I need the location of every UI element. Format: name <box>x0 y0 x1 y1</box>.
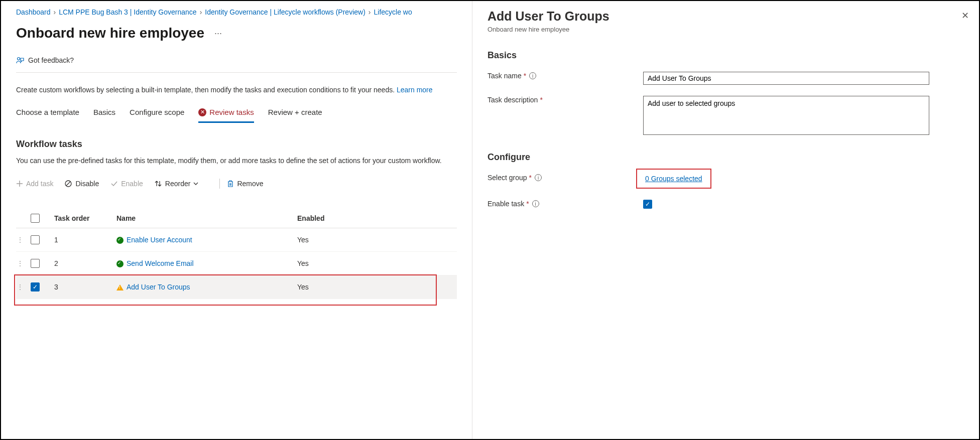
tab-review-create[interactable]: Review + create <box>268 103 322 121</box>
row-checkbox[interactable] <box>31 282 40 291</box>
remove-button[interactable]: Remove <box>227 180 263 188</box>
detail-panel: ✕ Add User To Groups Onboard new hire em… <box>472 1 979 439</box>
required-icon: * <box>540 96 542 104</box>
highlight-box: 0 Groups selected <box>636 169 711 189</box>
disable-icon <box>64 180 72 188</box>
breadcrumb-link[interactable]: Dashboard <box>16 8 51 16</box>
task-order: 1 <box>46 236 116 244</box>
disable-button[interactable]: Disable <box>64 180 99 188</box>
feedback-button[interactable]: Got feedback? <box>16 56 457 64</box>
table-row[interactable]: ⋮ 3 Add User To Groups Yes <box>16 275 457 299</box>
task-description-input[interactable]: Add user to selected groups <box>643 96 929 135</box>
more-icon[interactable]: ··· <box>214 28 222 39</box>
task-name-link[interactable]: Enable User Account <box>127 236 192 244</box>
breadcrumb-link[interactable]: Identity Governance | Lifecycle workflow… <box>205 8 365 16</box>
chevron-right-icon: › <box>200 8 202 16</box>
tasks-table: Task order Name Enabled ⋮ 1 Enable User … <box>16 209 457 299</box>
task-name-label: Task name* i <box>487 72 643 80</box>
add-task-button[interactable]: Add task <box>16 180 53 188</box>
task-enabled: Yes <box>297 283 457 291</box>
required-icon: * <box>524 72 526 80</box>
configure-heading: Configure <box>487 152 964 163</box>
task-name-input[interactable] <box>643 72 929 85</box>
tab-choose-template[interactable]: Choose a template <box>16 103 79 121</box>
trash-icon <box>227 180 234 188</box>
check-icon <box>110 180 118 188</box>
enable-task-label: Enable task* i <box>487 200 643 208</box>
required-icon: * <box>529 174 532 182</box>
info-icon[interactable]: i <box>529 72 536 79</box>
tabs: Choose a template Basics Configure scope… <box>16 103 457 122</box>
col-header-name[interactable]: Name <box>116 214 297 222</box>
task-name-link[interactable]: Send Welcome Email <box>127 259 194 267</box>
drag-handle-icon[interactable]: ⋮ <box>17 262 24 265</box>
learn-more-link[interactable]: Learn more <box>397 86 433 94</box>
enable-button[interactable]: Enable <box>110 180 143 188</box>
reorder-icon <box>154 180 162 188</box>
svg-point-0 <box>18 58 20 60</box>
success-icon <box>116 260 124 267</box>
required-icon: * <box>526 200 529 208</box>
toolbar: Add task Disable Enable Reorder Remove <box>16 179 457 189</box>
select-all-checkbox[interactable] <box>31 214 40 223</box>
section-desc: You can use the pre-defined tasks for th… <box>16 157 457 165</box>
reorder-button[interactable]: Reorder <box>154 180 202 188</box>
task-order: 2 <box>46 259 116 267</box>
info-icon[interactable]: i <box>535 174 542 181</box>
success-icon <box>116 237 124 244</box>
tab-label: Review tasks <box>209 108 254 116</box>
tab-configure-scope[interactable]: Configure scope <box>130 103 184 121</box>
panel-title: Add User To Groups <box>487 9 964 24</box>
error-icon: ✕ <box>198 108 206 116</box>
section-heading: Workflow tasks <box>16 139 457 150</box>
tab-basics[interactable]: Basics <box>93 103 115 121</box>
chevron-right-icon: › <box>54 8 56 16</box>
info-icon[interactable]: i <box>532 200 539 207</box>
row-checkbox[interactable] <box>31 235 40 244</box>
task-description-label: Task description* <box>487 96 643 104</box>
groups-selected-link[interactable]: 0 Groups selected <box>645 175 702 183</box>
table-row[interactable]: ⋮ 2 Send Welcome Email Yes <box>16 252 457 275</box>
col-header-order[interactable]: Task order <box>46 214 116 222</box>
close-button[interactable]: ✕ <box>961 10 969 21</box>
separator <box>219 179 220 189</box>
drag-handle-icon[interactable]: ⋮ <box>17 238 24 241</box>
col-header-enabled[interactable]: Enabled <box>297 214 457 222</box>
row-checkbox[interactable] <box>31 259 40 268</box>
task-enabled: Yes <box>297 259 457 267</box>
drag-handle-icon[interactable]: ⋮ <box>17 285 24 288</box>
task-enabled: Yes <box>297 236 457 244</box>
breadcrumb-link[interactable]: Lifecycle wo <box>374 8 412 16</box>
chevron-right-icon: › <box>369 8 371 16</box>
page-title: Onboard new hire employee <box>16 25 204 41</box>
intro-text: Create custom workflows by selecting a b… <box>16 86 457 94</box>
tab-review-tasks[interactable]: ✕ Review tasks <box>198 103 254 121</box>
task-name-link[interactable]: Add User To Groups <box>127 283 190 291</box>
enable-task-checkbox[interactable] <box>643 200 652 209</box>
select-group-label: Select group* i <box>487 174 643 182</box>
basics-heading: Basics <box>487 50 964 61</box>
divider <box>16 72 457 73</box>
task-order: 3 <box>46 283 116 291</box>
breadcrumb: Dashboard › LCM PPE Bug Bash 3 | Identit… <box>16 8 457 16</box>
feedback-icon <box>16 56 24 64</box>
panel-subtitle: Onboard new hire employee <box>487 26 964 33</box>
breadcrumb-link[interactable]: LCM PPE Bug Bash 3 | Identity Governance <box>59 8 196 16</box>
table-row[interactable]: ⋮ 1 Enable User Account Yes <box>16 228 457 252</box>
warning-icon <box>116 284 124 290</box>
chevron-down-icon <box>193 181 198 186</box>
feedback-label: Got feedback? <box>28 56 74 64</box>
plus-icon <box>16 180 23 187</box>
